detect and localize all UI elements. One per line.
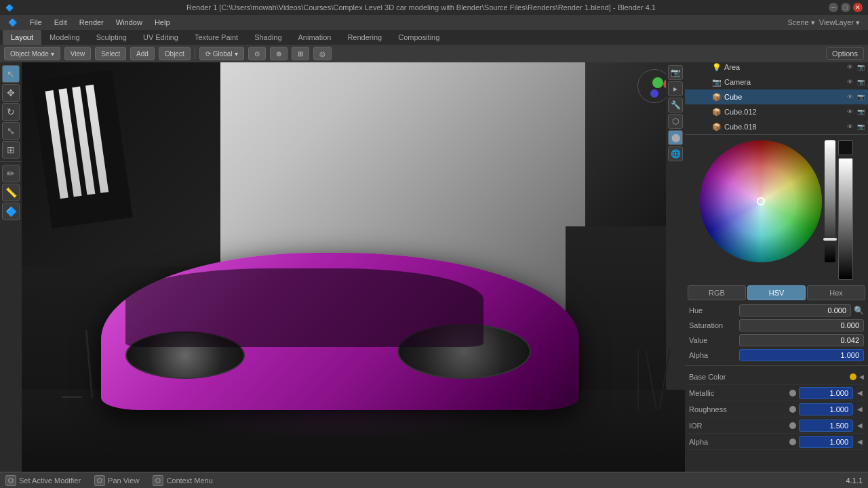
metallic-value[interactable]: 1.000	[799, 387, 853, 399]
saturation-value[interactable]: 0.000	[739, 319, 864, 331]
tool-move[interactable]: ✥	[2, 84, 20, 102]
tool-measure[interactable]: 📏	[2, 184, 20, 201]
gizmo-z-axis[interactable]	[650, 89, 658, 98]
view-layer-selector[interactable]: ViewLayer ▾	[819, 18, 860, 27]
tab-animation[interactable]: Animation	[290, 30, 340, 45]
menu-icon[interactable]: 🔷	[3, 17, 23, 28]
roughness-arrow[interactable]: ◀	[856, 405, 864, 413]
tool-add[interactable]: 🔷	[2, 203, 20, 220]
tool-scale[interactable]: ⤡	[2, 122, 20, 140]
tool-annotate[interactable]: ✏	[2, 165, 20, 182]
menu-edit[interactable]: Edit	[49, 17, 73, 28]
proportional-edit[interactable]: ⊕	[270, 47, 288, 60]
menubar: 🔷 File Edit Render Window Help Scene ▾ V…	[0, 15, 868, 30]
grid-toggle[interactable]: ⊞	[292, 47, 309, 60]
tab-uv-editing[interactable]: UV Editing	[135, 30, 186, 45]
cube012-viewport-btn[interactable]: 👁	[845, 107, 854, 117]
tab-rendering[interactable]: Rendering	[339, 30, 390, 45]
scene-item-camera[interactable]: 📷 Camera 👁 📷	[685, 75, 868, 89]
ior-value[interactable]: 1.500	[799, 420, 853, 432]
scene-selector[interactable]: Scene ▾	[788, 18, 815, 27]
roughness-dot[interactable]	[789, 406, 796, 413]
cube-controls: 👁 📷	[845, 92, 865, 102]
camera-viewport-btn[interactable]: 👁	[845, 77, 854, 87]
select-menu[interactable]: Select	[95, 47, 126, 60]
value-label: Value	[689, 336, 736, 344]
color-mode-tabs: RGB HSV Hex	[688, 285, 865, 300]
scene-item-cube[interactable]: 📦 Cube 👁 📷	[685, 89, 868, 104]
gizmo-y-axis[interactable]	[652, 77, 663, 88]
alpha-value[interactable]: 1.000	[739, 349, 864, 361]
cube-icon: 📦	[712, 92, 722, 102]
minimize-button[interactable]: ─	[829, 3, 838, 12]
add-menu[interactable]: Add	[130, 47, 155, 60]
ior-arrow[interactable]: ◀	[856, 422, 864, 430]
tab-layout[interactable]: Layout	[3, 30, 41, 45]
value-value[interactable]: 0.042	[739, 334, 864, 346]
expand-cube018	[701, 123, 709, 131]
tab-texture-paint[interactable]: Texture Paint	[186, 30, 246, 45]
alpha-label: Alpha	[689, 351, 736, 359]
material-alpha-dot[interactable]	[789, 439, 796, 445]
roughness-value[interactable]: 1.000	[799, 403, 853, 415]
prop-material-icon[interactable]: ⬤	[668, 130, 683, 145]
menu-help[interactable]: Help	[149, 17, 176, 28]
scene-item-cube012[interactable]: 📦 Cube.012 👁 📷	[685, 104, 868, 119]
color-wheel[interactable]	[700, 140, 822, 262]
menu-file[interactable]: File	[24, 17, 47, 28]
expand-area	[701, 63, 709, 71]
material-alpha-arrow[interactable]: ◀	[856, 438, 864, 446]
tab-rgb[interactable]: RGB	[688, 285, 746, 300]
cube012-name: Cube.012	[724, 108, 842, 116]
view-menu[interactable]: View	[64, 47, 92, 60]
version-text: 4.1.1	[846, 476, 863, 485]
main-viewport[interactable]: 🏎 RRCG 人人素材	[22, 62, 685, 472]
object-menu[interactable]: Object	[159, 47, 191, 60]
tab-hsv[interactable]: HSV	[747, 285, 806, 300]
tool-rotate[interactable]: ↻	[2, 103, 20, 121]
cube012-render-btn[interactable]: 📷	[856, 107, 865, 117]
ior-dot[interactable]	[789, 422, 796, 429]
prop-object-icon[interactable]: ▸	[668, 81, 683, 96]
base-color-dot[interactable]	[850, 373, 856, 380]
metallic-dot[interactable]	[789, 390, 796, 396]
options-button[interactable]: Options	[826, 47, 864, 60]
hue-eyedropper[interactable]: 🔍	[854, 306, 864, 315]
tool-cursor[interactable]: ↖	[2, 65, 20, 83]
tool-transform[interactable]: ⊞	[2, 141, 20, 159]
material-alpha-value[interactable]: 1.000	[799, 436, 853, 448]
maximize-button[interactable]: □	[841, 3, 850, 12]
prop-world-icon[interactable]: 🌐	[668, 146, 683, 161]
viewport-toolbar: Object Mode ▾ View Select Add Object ⟳ G…	[0, 45, 868, 62]
base-color-arrow[interactable]: ◀	[859, 373, 864, 380]
tab-compositing[interactable]: Compositing	[390, 30, 448, 45]
prop-scene-icon[interactable]: 📷	[668, 65, 683, 80]
transform-dropdown[interactable]: ⟳ Global ▾	[199, 47, 244, 60]
tab-shading[interactable]: Shading	[246, 30, 290, 45]
cube-render-btn[interactable]: 📷	[856, 92, 865, 102]
hue-value[interactable]: 0.000	[739, 304, 851, 317]
alpha-slider[interactable]	[838, 158, 853, 280]
menu-window[interactable]: Window	[111, 17, 148, 28]
color-swatch[interactable]	[838, 140, 853, 155]
cube018-render-btn[interactable]: 📷	[856, 122, 865, 131]
menu-render[interactable]: Render	[74, 17, 109, 28]
camera-render-btn[interactable]: 📷	[856, 77, 865, 87]
prop-particles-icon[interactable]: ⬡	[668, 114, 683, 129]
overlay-toggle[interactable]: ◎	[313, 47, 332, 60]
tab-sculpting[interactable]: Sculpting	[88, 30, 135, 45]
metallic-arrow[interactable]: ◀	[856, 389, 864, 397]
close-button[interactable]: ✕	[853, 3, 863, 12]
tab-modeling[interactable]: Modeling	[41, 30, 88, 45]
area-viewport-btn[interactable]: 👁	[845, 62, 854, 72]
cube018-viewport-btn[interactable]: 👁	[845, 122, 854, 131]
mode-dropdown[interactable]: Object Mode ▾	[4, 47, 60, 60]
cube-viewport-btn[interactable]: 👁	[845, 92, 854, 102]
scene-item-cube018[interactable]: 📦 Cube.018 👁 📷	[685, 119, 868, 134]
tab-hex[interactable]: Hex	[807, 285, 865, 300]
area-render-btn[interactable]: 📷	[856, 62, 865, 72]
value-slider[interactable]	[825, 140, 835, 262]
prop-modifier-icon[interactable]: 🔧	[668, 98, 683, 113]
camera-name: Camera	[724, 78, 842, 86]
snap-toggle[interactable]: ⊙	[248, 47, 266, 60]
